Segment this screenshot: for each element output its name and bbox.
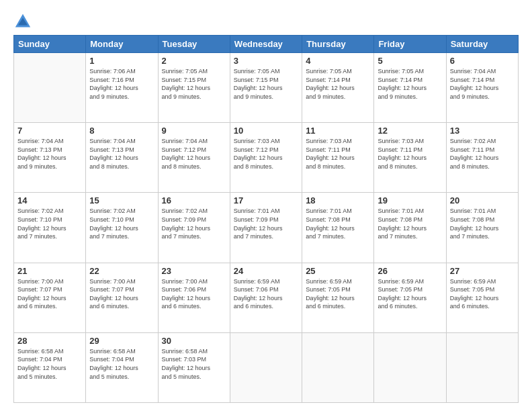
day-cell: 18Sunrise: 7:01 AM Sunset: 7:08 PM Dayli… [302,193,374,263]
day-info: Sunrise: 6:59 AM Sunset: 7:06 PM Dayligh… [234,277,298,311]
day-info: Sunrise: 6:58 AM Sunset: 7:03 PM Dayligh… [162,347,226,381]
page: SundayMondayTuesdayWednesdayThursdayFrid… [0,0,532,411]
day-cell: 15Sunrise: 7:02 AM Sunset: 7:10 PM Dayli… [86,193,158,263]
day-number: 20 [450,195,515,205]
day-info: Sunrise: 7:00 AM Sunset: 7:07 PM Dayligh… [89,277,154,311]
day-info: Sunrise: 7:02 AM Sunset: 7:11 PM Dayligh… [450,137,515,171]
day-info: Sunrise: 6:59 AM Sunset: 7:05 PM Dayligh… [450,277,515,311]
week-row-2: 7Sunrise: 7:04 AM Sunset: 7:13 PM Daylig… [14,123,519,193]
day-number: 4 [306,56,370,66]
day-info: Sunrise: 7:02 AM Sunset: 7:10 PM Dayligh… [17,207,82,240]
day-cell [14,53,86,123]
day-cell: 28Sunrise: 6:58 AM Sunset: 7:04 PM Dayli… [14,332,86,402]
day-info: Sunrise: 6:59 AM Sunset: 7:05 PM Dayligh… [306,277,370,311]
day-number: 15 [89,195,154,205]
day-cell: 24Sunrise: 6:59 AM Sunset: 7:06 PM Dayli… [230,263,302,332]
day-info: Sunrise: 7:06 AM Sunset: 7:16 PM Dayligh… [89,67,154,101]
day-number: 25 [306,266,370,276]
day-cell [230,332,302,402]
day-info: Sunrise: 7:01 AM Sunset: 7:08 PM Dayligh… [306,207,370,240]
day-number: 30 [162,336,226,346]
header [13,12,519,31]
day-number: 17 [234,195,298,205]
day-cell: 11Sunrise: 7:03 AM Sunset: 7:11 PM Dayli… [302,123,374,193]
day-cell: 25Sunrise: 6:59 AM Sunset: 7:05 PM Dayli… [302,263,374,332]
header-saturday: Saturday [446,36,518,53]
day-number: 13 [450,126,515,136]
day-number: 5 [378,56,442,66]
day-cell: 10Sunrise: 7:03 AM Sunset: 7:12 PM Dayli… [230,123,302,193]
day-number: 27 [450,266,515,276]
day-number: 24 [234,266,298,276]
day-info: Sunrise: 6:59 AM Sunset: 7:05 PM Dayligh… [378,277,442,311]
day-number: 3 [234,56,298,66]
day-number: 11 [306,126,370,136]
day-info: Sunrise: 6:58 AM Sunset: 7:04 PM Dayligh… [89,347,154,381]
day-cell: 6Sunrise: 7:04 AM Sunset: 7:14 PM Daylig… [446,53,518,123]
day-info: Sunrise: 7:03 AM Sunset: 7:11 PM Dayligh… [378,137,442,171]
day-cell: 12Sunrise: 7:03 AM Sunset: 7:11 PM Dayli… [374,123,446,193]
day-cell: 29Sunrise: 6:58 AM Sunset: 7:04 PM Dayli… [86,332,158,402]
day-cell: 20Sunrise: 7:01 AM Sunset: 7:08 PM Dayli… [446,193,518,263]
day-cell: 5Sunrise: 7:05 AM Sunset: 7:14 PM Daylig… [374,53,446,123]
day-number: 29 [89,336,154,346]
day-info: Sunrise: 7:05 AM Sunset: 7:14 PM Dayligh… [378,67,442,101]
header-sunday: Sunday [14,36,86,53]
day-number: 10 [234,126,298,136]
day-info: Sunrise: 7:01 AM Sunset: 7:08 PM Dayligh… [378,207,442,240]
day-number: 28 [17,336,82,346]
day-number: 22 [89,266,154,276]
day-cell: 1Sunrise: 7:06 AM Sunset: 7:16 PM Daylig… [86,53,158,123]
day-cell: 27Sunrise: 6:59 AM Sunset: 7:05 PM Dayli… [446,263,518,332]
day-cell: 4Sunrise: 7:05 AM Sunset: 7:14 PM Daylig… [302,53,374,123]
day-info: Sunrise: 7:04 AM Sunset: 7:13 PM Dayligh… [89,137,154,171]
day-cell: 22Sunrise: 7:00 AM Sunset: 7:07 PM Dayli… [86,263,158,332]
day-cell: 26Sunrise: 6:59 AM Sunset: 7:05 PM Dayli… [374,263,446,332]
week-row-1: 1Sunrise: 7:06 AM Sunset: 7:16 PM Daylig… [14,53,519,123]
day-cell: 17Sunrise: 7:01 AM Sunset: 7:09 PM Dayli… [230,193,302,263]
header-thursday: Thursday [302,36,374,53]
day-info: Sunrise: 7:04 AM Sunset: 7:13 PM Dayligh… [17,137,82,171]
day-number: 2 [162,56,226,66]
day-info: Sunrise: 7:00 AM Sunset: 7:07 PM Dayligh… [17,277,82,311]
week-row-3: 14Sunrise: 7:02 AM Sunset: 7:10 PM Dayli… [14,193,519,263]
calendar-header-row: SundayMondayTuesdayWednesdayThursdayFrid… [14,36,519,53]
day-number: 8 [89,126,154,136]
week-row-4: 21Sunrise: 7:00 AM Sunset: 7:07 PM Dayli… [14,263,519,332]
day-info: Sunrise: 7:02 AM Sunset: 7:10 PM Dayligh… [89,207,154,240]
day-cell: 3Sunrise: 7:05 AM Sunset: 7:15 PM Daylig… [230,53,302,123]
logo [13,12,35,31]
day-number: 7 [17,126,82,136]
day-number: 1 [89,56,154,66]
header-wednesday: Wednesday [230,36,302,53]
day-number: 14 [17,195,82,205]
day-cell: 14Sunrise: 7:02 AM Sunset: 7:10 PM Dayli… [14,193,86,263]
day-info: Sunrise: 7:01 AM Sunset: 7:09 PM Dayligh… [234,207,298,240]
day-info: Sunrise: 6:58 AM Sunset: 7:04 PM Dayligh… [17,347,82,381]
day-cell [302,332,374,402]
day-cell: 8Sunrise: 7:04 AM Sunset: 7:13 PM Daylig… [86,123,158,193]
day-number: 23 [162,266,226,276]
day-number: 9 [162,126,226,136]
day-cell: 30Sunrise: 6:58 AM Sunset: 7:03 PM Dayli… [158,332,230,402]
day-number: 21 [17,266,82,276]
week-row-5: 28Sunrise: 6:58 AM Sunset: 7:04 PM Dayli… [14,332,519,402]
day-cell: 23Sunrise: 7:00 AM Sunset: 7:06 PM Dayli… [158,263,230,332]
day-number: 16 [162,195,226,205]
day-info: Sunrise: 7:02 AM Sunset: 7:09 PM Dayligh… [162,207,226,240]
day-info: Sunrise: 7:01 AM Sunset: 7:08 PM Dayligh… [450,207,515,240]
day-cell: 21Sunrise: 7:00 AM Sunset: 7:07 PM Dayli… [14,263,86,332]
calendar-table: SundayMondayTuesdayWednesdayThursdayFrid… [13,35,519,403]
day-info: Sunrise: 7:05 AM Sunset: 7:14 PM Dayligh… [306,67,370,101]
day-cell [374,332,446,402]
day-info: Sunrise: 7:04 AM Sunset: 7:12 PM Dayligh… [162,137,226,171]
day-info: Sunrise: 7:03 AM Sunset: 7:12 PM Dayligh… [234,137,298,171]
header-monday: Monday [86,36,158,53]
day-cell: 16Sunrise: 7:02 AM Sunset: 7:09 PM Dayli… [158,193,230,263]
day-number: 19 [378,195,442,205]
day-number: 6 [450,56,515,66]
day-info: Sunrise: 7:05 AM Sunset: 7:15 PM Dayligh… [162,67,226,101]
day-number: 12 [378,126,442,136]
day-info: Sunrise: 7:03 AM Sunset: 7:11 PM Dayligh… [306,137,370,171]
day-cell: 2Sunrise: 7:05 AM Sunset: 7:15 PM Daylig… [158,53,230,123]
